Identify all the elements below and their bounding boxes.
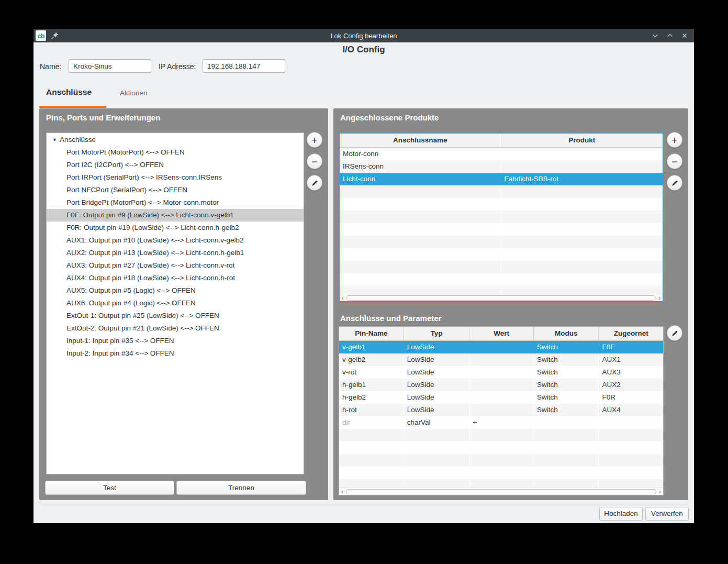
table-cell[interactable] <box>469 479 534 488</box>
scroll-thumb[interactable] <box>346 489 656 494</box>
table-row-empty[interactable] <box>339 454 663 467</box>
table-cell[interactable] <box>340 198 501 211</box>
table-cell[interactable]: h-gelb1 <box>339 379 404 391</box>
table-row-empty[interactable] <box>340 248 663 261</box>
table-cell[interactable]: LowSide <box>404 404 470 416</box>
params-hscrollbar[interactable]: ‹ › <box>339 488 663 495</box>
table-row-empty[interactable] <box>340 286 663 294</box>
table-row-empty[interactable] <box>339 467 663 479</box>
table-cell[interactable]: LowSide <box>404 366 470 379</box>
tab-aktionen[interactable]: Aktionen <box>120 89 148 97</box>
tree-item[interactable]: ExtOut-2: Output pin #21 (LowSide) <--> … <box>47 322 304 335</box>
remove-product-button[interactable]: − <box>667 153 682 169</box>
table-row[interactable]: Licht-connFahrlicht-SBB-rot <box>340 173 663 185</box>
tree-item[interactable]: Input-2: Input pin #34 <--> OFFEN <box>47 347 304 360</box>
table-cell[interactable]: LowSide <box>404 391 470 404</box>
edit-pin-button[interactable] <box>307 175 322 191</box>
params-table[interactable]: Pin-NameTypWertModusZugeornet v-gelb1Low… <box>339 326 664 495</box>
table-cell[interactable] <box>534 467 599 479</box>
tree-item[interactable]: F0F: Output pin #9 (LowSide) <--> Licht-… <box>47 209 304 222</box>
add-pin-button[interactable]: + <box>307 132 322 148</box>
table-cell[interactable] <box>339 429 404 441</box>
table-cell[interactable] <box>340 223 501 236</box>
table-row-empty[interactable] <box>339 479 663 488</box>
table-row[interactable]: v-gelb2LowSideSwitchAUX1 <box>339 353 663 366</box>
table-cell[interactable] <box>534 441 599 454</box>
table-row-empty[interactable] <box>340 198 663 211</box>
table-cell[interactable]: v-rot <box>339 366 404 379</box>
table-cell[interactable] <box>599 441 663 454</box>
maximize-button[interactable] <box>666 31 674 40</box>
table-cell[interactable] <box>534 416 599 429</box>
table-cell[interactable] <box>404 479 470 488</box>
table-cell[interactable]: + <box>469 416 534 429</box>
table-row[interactable]: dircharVal+ <box>339 416 663 429</box>
tree-item[interactable]: AUX3: Output pin #27 (LowSide) <--> Lich… <box>47 259 304 272</box>
table-cell[interactable] <box>340 261 501 273</box>
table-row[interactable]: IRSens-conn <box>340 160 663 173</box>
tree-item[interactable]: F0R: Output pin #19 (LowSide) <--> Licht… <box>47 222 304 234</box>
name-input[interactable] <box>69 59 151 73</box>
tree-item[interactable]: AUX6: Output pin #4 (Logic) <--> OFFEN <box>47 297 304 309</box>
table-cell[interactable] <box>501 198 663 211</box>
table-cell[interactable] <box>469 467 534 479</box>
table-cell[interactable]: F0F <box>599 341 663 353</box>
table-cell[interactable] <box>534 454 599 467</box>
column-header[interactable]: Pin-Name <box>339 327 404 340</box>
tree-item[interactable]: Port IRPort (SerialPort) <--> IRSens-con… <box>47 171 304 184</box>
column-header[interactable]: Wert <box>469 327 534 340</box>
table-cell[interactable] <box>340 211 501 223</box>
table-cell[interactable] <box>469 429 534 441</box>
table-cell[interactable]: AUX1 <box>599 353 663 366</box>
column-header[interactable]: Produkt <box>501 134 663 147</box>
table-cell[interactable] <box>501 261 663 273</box>
table-cell[interactable] <box>340 273 501 286</box>
table-row[interactable]: v-rotLowSideSwitchAUX3 <box>339 366 663 379</box>
tree-item[interactable]: AUX1: Output pin #10 (LowSide) <--> Lich… <box>47 234 304 247</box>
products-hscrollbar[interactable]: ‹ › <box>340 294 663 301</box>
products-table-body[interactable]: Motor-connIRSens-connLicht-connFahrlicht… <box>340 148 663 294</box>
table-cell[interactable]: Switch <box>534 404 599 416</box>
table-cell[interactable] <box>339 441 404 454</box>
table-cell[interactable]: h-rot <box>339 404 404 416</box>
table-cell[interactable] <box>339 467 404 479</box>
table-row[interactable]: h-gelb1LowSideSwitchAUX2 <box>339 379 663 391</box>
table-cell[interactable] <box>339 479 404 488</box>
table-cell[interactable]: AUX3 <box>599 366 663 379</box>
scroll-right-icon[interactable]: › <box>656 295 663 301</box>
table-cell[interactable] <box>340 248 501 261</box>
table-cell[interactable] <box>599 429 663 441</box>
table-cell[interactable] <box>599 416 663 429</box>
table-cell[interactable]: IRSens-conn <box>340 160 501 173</box>
table-row-empty[interactable] <box>340 211 663 223</box>
table-cell[interactable] <box>501 236 663 248</box>
pins-ports-tree[interactable]: ▼AnschlüssePort MotorPt (MotorPort) <-->… <box>46 132 304 474</box>
table-cell[interactable] <box>599 454 663 467</box>
table-cell[interactable]: charVal <box>404 416 470 429</box>
table-row[interactable]: v-gelb1LowSideSwitchF0F <box>339 341 663 353</box>
table-row-empty[interactable] <box>340 223 663 236</box>
tree-root-item[interactable]: ▼Anschlüsse <box>47 134 304 146</box>
tab-anschluesse[interactable]: Anschlüsse <box>46 87 92 97</box>
table-row[interactable]: h-rotLowSideSwitchAUX4 <box>339 404 663 416</box>
table-row-empty[interactable] <box>340 185 663 198</box>
table-cell[interactable] <box>599 479 663 488</box>
table-cell[interactable] <box>501 148 663 160</box>
table-cell[interactable] <box>501 211 663 223</box>
table-cell[interactable]: Motor-conn <box>340 148 501 160</box>
tree-item[interactable]: Port BridgePt (MotorPort) <--> Motor-con… <box>47 196 304 209</box>
table-cell[interactable] <box>340 236 501 248</box>
table-row-empty[interactable] <box>339 429 663 441</box>
table-cell[interactable]: v-gelb1 <box>339 341 404 353</box>
table-cell[interactable] <box>469 379 534 391</box>
edit-product-button[interactable] <box>667 175 682 191</box>
table-cell[interactable] <box>340 286 501 294</box>
expander-icon[interactable]: ▼ <box>52 134 60 146</box>
table-cell[interactable] <box>469 353 534 366</box>
table-cell[interactable] <box>469 404 534 416</box>
table-cell[interactable]: Switch <box>534 379 599 391</box>
products-table[interactable]: AnschlussnameProdukt Motor-connIRSens-co… <box>339 132 664 302</box>
table-row[interactable]: h-gelb2LowSideSwitchF0R <box>339 391 663 404</box>
table-cell[interactable]: h-gelb2 <box>339 391 404 404</box>
params-table-body[interactable]: v-gelb1LowSideSwitchF0Fv-gelb2LowSideSwi… <box>339 341 663 488</box>
